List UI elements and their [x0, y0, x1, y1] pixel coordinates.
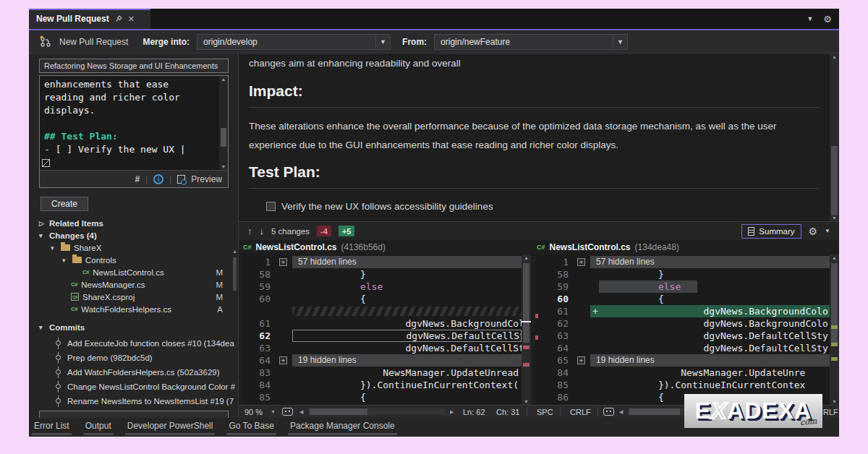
previous-change-button[interactable]: ↑ [247, 226, 252, 236]
fold-toggle[interactable] [576, 293, 590, 305]
testplan-checkbox[interactable] [266, 202, 276, 211]
code-line[interactable]: 63 dgvNews.DefaultCellStyle [242, 342, 522, 354]
section-changes[interactable]: ▾ Changes (4) [29, 229, 239, 241]
scrollbar-thumb[interactable] [831, 146, 838, 215]
tree-scrollbar[interactable]: ▲ [231, 249, 238, 418]
code-line[interactable]: 84 }).ContinueInCurrentContext( [242, 379, 522, 391]
scrollbar-thumb[interactable] [221, 128, 226, 147]
chevron-down-icon[interactable]: ▾ [39, 232, 46, 239]
folder-controls[interactable]: ▾ Controls [29, 254, 239, 266]
code-line[interactable]: 85 }).ContinueInCurrentContex [540, 379, 830, 391]
section-related-items[interactable]: ▷ Related Items [29, 217, 239, 229]
changed-file-row[interactable]: NewsManager.cs M [29, 278, 239, 291]
code-line[interactable]: 1 57 hidden lines [242, 256, 522, 268]
code-line[interactable]: 62 dgvNews.DefaultCellStyle [242, 330, 522, 342]
whitespace-indicator[interactable]: SPC [537, 406, 553, 418]
fold-toggle[interactable] [278, 330, 292, 342]
code-line[interactable]: 85 { [242, 391, 522, 403]
scrollbar-thumb[interactable] [233, 257, 237, 291]
scroll-right-icon[interactable]: ▶ [450, 406, 454, 418]
scroll-down-icon[interactable]: ▼ [830, 399, 839, 404]
right-hscrollbar-thumb[interactable] [629, 408, 680, 415]
scroll-down-icon[interactable]: ▼ [219, 164, 228, 169]
fold-toggle[interactable] [576, 330, 590, 342]
fold-toggle[interactable] [576, 379, 590, 391]
bottom-tab[interactable]: Package Manager Console [288, 421, 397, 435]
changed-file-row[interactable]: NewsListControl.cs M [29, 266, 239, 278]
fold-toggle[interactable] [278, 342, 292, 354]
code-line[interactable]: 59 else [540, 280, 830, 293]
fold-toggle[interactable] [278, 379, 292, 391]
bottom-tab[interactable]: Developer PowerShell [125, 421, 216, 435]
bottom-tab[interactable]: Error List [32, 421, 72, 435]
fold-toggle[interactable] [576, 354, 590, 367]
close-icon[interactable]: ✕ [128, 15, 135, 23]
pin-icon[interactable] [115, 15, 122, 22]
fold-toggle[interactable] [576, 317, 590, 330]
merge-into-dropdown[interactable]: origin/develop ▼ [197, 34, 391, 50]
changed-file-row[interactable]: ShareX.csproj M [29, 291, 239, 303]
left-pane-scrollbar[interactable]: ▲ ▼ [522, 254, 531, 405]
scroll-up-icon[interactable]: ▲ [830, 255, 839, 260]
code-line[interactable]: 84 NewsManager.UpdateUnre [540, 367, 830, 379]
code-line[interactable]: 60 { [242, 293, 522, 305]
changed-file-row[interactable]: WatchFoldersHelpers.cs A [29, 303, 239, 315]
tab-list-caret-icon[interactable]: ▼ [807, 15, 813, 22]
code-line[interactable]: 62 dgvNews.BackgroundColo [540, 317, 830, 330]
code-line[interactable] [242, 305, 522, 317]
zoom-level[interactable]: 90 % [244, 406, 263, 418]
code-line[interactable]: 83 NewsManager.UpdateUnread [242, 367, 522, 379]
bottom-tab[interactable]: Output [83, 421, 114, 435]
bottom-tab[interactable]: Go To Base [226, 421, 276, 435]
scroll-up-icon[interactable]: ▲ [219, 77, 228, 82]
eol-indicator[interactable]: CRLF [570, 406, 591, 418]
folder-sharex[interactable]: ▾ ShareX [29, 241, 239, 254]
fold-toggle[interactable] [278, 317, 292, 330]
fold-toggle[interactable] [278, 367, 292, 379]
right-pane-scrollbar[interactable]: ▲ ▼ [830, 254, 839, 405]
preview-scrollbar[interactable]: ▲ ▼ [830, 53, 839, 221]
description-textarea[interactable]: enhancements that ease reading and riche… [40, 76, 228, 170]
scroll-up-icon[interactable]: ▲ [231, 249, 238, 254]
code-line[interactable]: 59 else [242, 280, 522, 293]
code-line[interactable]: 58 } [242, 268, 522, 280]
pr-title-input[interactable]: Refactoring News Storage and UI Enhancem… [39, 59, 229, 73]
code-line[interactable]: 58 } [540, 268, 830, 280]
scrollbar-thumb[interactable] [523, 263, 529, 343]
commit-row[interactable]: Rename NewsItems to NewsItemsList #19 (7 [29, 394, 239, 408]
chevron-down-icon[interactable]: ▼ [613, 35, 627, 49]
fold-toggle[interactable] [576, 342, 590, 354]
scroll-left-icon[interactable]: ◀ [299, 406, 303, 418]
preview-icon[interactable] [177, 175, 185, 184]
fold-toggle[interactable] [576, 367, 590, 379]
scroll-down-icon[interactable]: ▼ [830, 215, 839, 220]
code-line[interactable]: 60 { [540, 293, 830, 305]
commit-row[interactable]: Prep demo (982bdc5d) [29, 351, 239, 365]
next-change-button[interactable]: ↓ [260, 226, 265, 236]
code-line[interactable]: 64 19 hidden lines [242, 354, 522, 367]
left-hscrollbar-thumb[interactable] [310, 408, 367, 415]
chevron-down-icon[interactable]: ▼ [271, 406, 276, 418]
scroll-down-icon[interactable]: ▼ [522, 399, 531, 404]
fold-toggle[interactable] [278, 268, 292, 280]
scroll-left-icon[interactable]: ◀ [619, 406, 623, 418]
preview-button[interactable]: Preview [191, 174, 222, 184]
code-health-icon[interactable] [282, 408, 293, 416]
scroll-up-icon[interactable]: ▲ [522, 255, 531, 260]
fold-toggle[interactable] [278, 391, 292, 403]
chevron-down-icon[interactable]: ▾ [51, 244, 57, 252]
from-dropdown[interactable]: origin/newFeature ▼ [434, 34, 628, 50]
chevron-down-icon[interactable]: ▼ [825, 228, 830, 234]
code-line[interactable]: 64 dgvNews.DefaultCellSty [540, 342, 830, 354]
code-line[interactable]: 1 57 hidden lines [540, 256, 830, 268]
fold-toggle[interactable] [576, 305, 590, 317]
fold-toggle[interactable] [576, 280, 590, 293]
commit-row[interactable]: Change NewsListControl Background Color … [29, 380, 239, 394]
chevron-right-icon[interactable]: ▷ [39, 220, 46, 227]
fold-toggle[interactable] [278, 305, 292, 317]
info-icon[interactable]: i [153, 174, 163, 184]
code-health-icon[interactable] [603, 408, 614, 416]
fold-toggle[interactable] [278, 354, 292, 367]
summary-button[interactable]: Summary [741, 224, 801, 239]
diff-settings-gear-icon[interactable]: ⚙ [809, 226, 818, 237]
